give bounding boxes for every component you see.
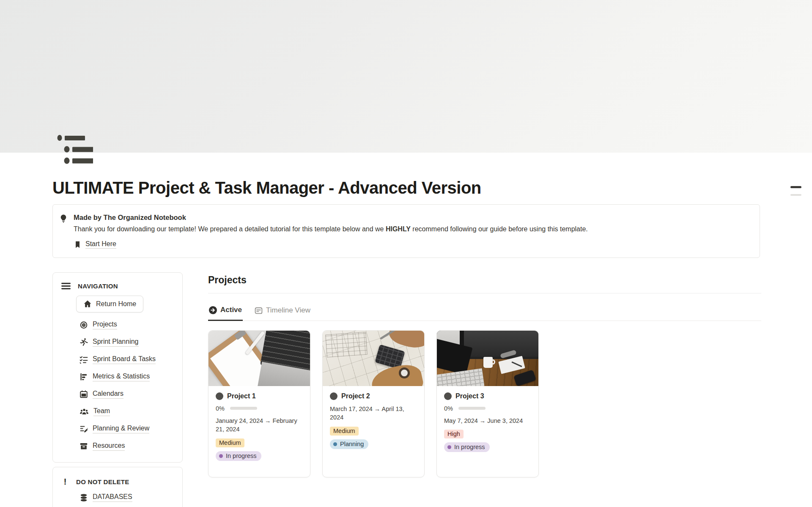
project-page-icon <box>330 392 337 400</box>
sidebar-column: NAVIGATION Return Home <box>52 272 183 507</box>
page-cover <box>0 0 812 153</box>
exclamation-icon: ! <box>61 477 69 487</box>
project-card-1[interactable]: Project 1 0% January 24, 2024 → February… <box>208 330 310 477</box>
status-label: In progress <box>226 452 257 459</box>
view-tabs: Active Timeline View <box>208 301 761 321</box>
project-title[interactable]: Project 1 <box>227 392 256 400</box>
project-page-icon <box>216 392 223 400</box>
sidebar-item-metrics[interactable]: Metrics & Statistics <box>80 372 174 382</box>
project-title[interactable]: Project 3 <box>455 392 484 400</box>
project-cards: Project 1 0% January 24, 2024 → February… <box>208 330 761 477</box>
status-tag: Planning <box>330 439 368 449</box>
home-icon <box>83 300 92 308</box>
progress-bar <box>458 407 486 410</box>
compose-icon <box>80 425 88 433</box>
progress-percent: 0% <box>444 405 453 412</box>
tab-timeline-view[interactable]: Timeline View <box>254 301 311 321</box>
people-icon <box>80 407 89 416</box>
project-dates: March 17, 2024 → April 13, 2024 <box>330 405 417 422</box>
project-2-cover-image <box>323 331 424 386</box>
section-divider <box>208 293 761 293</box>
priority-tag: Medium <box>330 427 359 436</box>
progress-percent: 0% <box>216 405 225 412</box>
priority-tag: High <box>444 430 464 438</box>
projects-heading: Projects <box>208 274 761 286</box>
sidebar-item-databases[interactable]: DATABASES <box>80 493 174 502</box>
do-not-delete-panel: ! DO NOT DELETE DATABASES <box>52 467 183 507</box>
do-not-delete-header: DO NOT DELETE <box>76 478 129 485</box>
priority-tag: Medium <box>216 438 244 447</box>
callout-title: Made by The Organized Notebook <box>74 214 588 222</box>
project-3-cover-image <box>437 331 538 386</box>
checklist-icon <box>80 355 88 364</box>
board-view-icon <box>255 307 263 315</box>
project-page-icon <box>444 392 452 400</box>
status-label: In progress <box>454 444 485 450</box>
project-dates: May 7, 2024 → June 3, 2024 <box>444 417 531 425</box>
callout-content: Made by The Organized Notebook Thank you… <box>74 214 588 249</box>
project-dates: January 24, 2024 → February 21, 2024 <box>216 417 303 434</box>
calendar-icon <box>80 390 88 398</box>
projects-section: Projects Active <box>208 272 761 477</box>
project-title[interactable]: Project 2 <box>341 392 370 400</box>
sidebar-item-resources[interactable]: Resources <box>80 441 174 451</box>
navigation-list: Projects Sprint Planning <box>80 320 174 451</box>
outline-indicator[interactable] <box>790 186 801 196</box>
database-icon <box>80 493 88 502</box>
maker-callout: Made by The Organized Notebook Thank you… <box>52 204 760 258</box>
outline-dash-dark <box>790 186 801 188</box>
status-dot <box>333 442 337 446</box>
sidebar-item-planning-review[interactable]: Planning & Review <box>80 424 174 434</box>
return-home-button[interactable]: Return Home <box>76 296 143 312</box>
page-content: ULTIMATE Project & Task Manager - Advanc… <box>52 153 761 507</box>
archive-box-icon <box>80 442 88 450</box>
project-card-2[interactable]: Project 2 March 17, 2024 → April 13, 202… <box>322 330 425 477</box>
sidebar-item-sprint-board[interactable]: Sprint Board & Tasks <box>80 354 174 364</box>
callout-body-bold: HIGHLY <box>386 225 411 233</box>
project-card-3[interactable]: Project 3 0% May 7, 2024 → June 3, 2024 … <box>436 330 539 477</box>
databases-label[interactable]: DATABASES <box>93 493 132 502</box>
callout-body: Thank you for downloading our template! … <box>74 225 588 234</box>
navigation-panel: NAVIGATION Return Home <box>52 272 183 463</box>
callout-body-pre: Thank you for downloading our template! … <box>74 225 386 233</box>
tab-active[interactable]: Active <box>208 301 243 321</box>
project-1-cover-image <box>208 331 310 386</box>
progress-bar <box>230 407 257 410</box>
sidebar-item-sprint-planning[interactable]: Sprint Planning <box>80 337 174 347</box>
runner-icon <box>80 338 88 346</box>
status-tag: In progress <box>444 442 490 452</box>
bar-chart-icon <box>80 373 88 381</box>
outline-dash-light <box>790 194 801 196</box>
lightbulb-icon <box>59 214 68 249</box>
return-home-label: Return Home <box>96 300 136 308</box>
status-label: Planning <box>340 441 364 447</box>
target-icon <box>80 321 88 329</box>
start-here-link[interactable]: Start Here <box>74 240 588 249</box>
status-tag: In progress <box>216 451 261 461</box>
status-dot <box>219 454 223 458</box>
callout-body-post: recommend following our guide before usi… <box>411 225 588 233</box>
progress-row: 0% <box>444 405 531 412</box>
navigation-header: NAVIGATION <box>78 282 118 290</box>
sidebar-item-projects[interactable]: Projects <box>80 320 174 330</box>
page-title: ULTIMATE Project & Task Manager - Advanc… <box>52 178 761 197</box>
sidebar-item-calendars[interactable]: Calendars <box>80 389 174 399</box>
bookmark-icon <box>74 241 82 249</box>
sidebar-item-team[interactable]: Team <box>80 406 174 417</box>
hamburger-icon <box>61 282 71 290</box>
start-here-label[interactable]: Start Here <box>85 240 116 249</box>
progress-row: 0% <box>216 405 303 412</box>
status-dot <box>447 445 451 449</box>
arrow-circle-icon <box>209 306 217 314</box>
